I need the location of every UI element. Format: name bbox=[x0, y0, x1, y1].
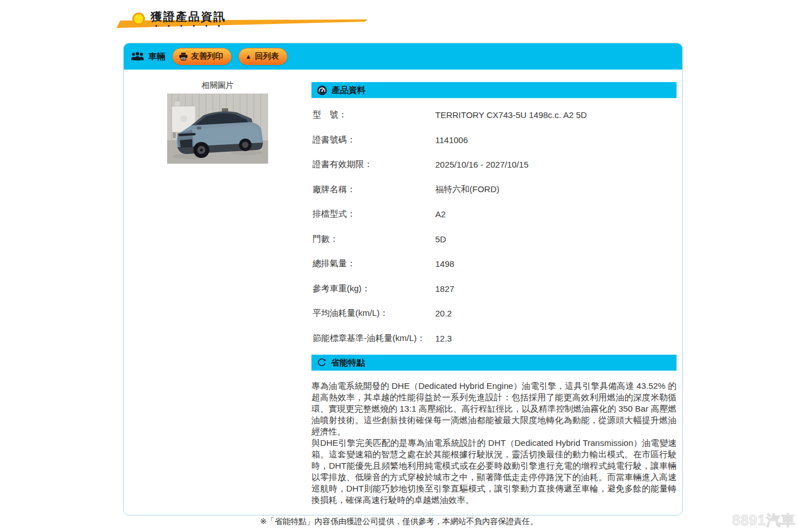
field-value: 福特六和(FORD) bbox=[435, 184, 500, 195]
people-group-icon bbox=[131, 52, 144, 62]
field-label: 證書號碼： bbox=[313, 135, 435, 145]
field-value: 2025/10/16 - 2027/10/15 bbox=[435, 160, 528, 169]
features-section-header: 省能特點 bbox=[311, 355, 677, 371]
field-label: 型 號： bbox=[313, 109, 435, 120]
field-value: TERRITORY CX743-5U 1498c.c. A2 5D bbox=[435, 110, 587, 120]
field-value: 1498 bbox=[435, 259, 454, 269]
watermark: 8891汽車 bbox=[732, 511, 796, 530]
field-row-brand: 廠牌名稱： 福特六和(FORD) bbox=[311, 177, 677, 202]
photo-caption: 相關圖片 bbox=[124, 80, 311, 91]
content-card: 車輛 友善列印 ▲ 回列表 bbox=[123, 43, 683, 515]
field-value: 1141006 bbox=[435, 135, 468, 145]
footer-disclaimer: ※「省能特點」內容係由獲證公司提供，僅供參考，本網站不負內容保證責任。 bbox=[0, 517, 798, 527]
field-row-transmission: 排檔型式： A2 bbox=[311, 202, 677, 227]
category-label: 車輛 bbox=[148, 51, 165, 62]
toolbar: 車輛 友善列印 ▲ 回列表 bbox=[124, 43, 682, 70]
title-bullet-circle bbox=[132, 13, 145, 25]
field-row-weight: 參考車重(kg)： 1827 bbox=[311, 277, 677, 302]
features-paragraph-dht: 與DHE引擎完美匹配的是專為油電系統設計的 DHT（Dedicated Hybr… bbox=[311, 437, 677, 506]
field-label: 節能標章基準-油耗量(km/L)： bbox=[313, 333, 435, 344]
page-header: 獲證產品資訊 bbox=[116, 3, 379, 29]
product-section-title: 產品資料 bbox=[331, 85, 366, 96]
up-triangle-icon: ▲ bbox=[245, 53, 252, 60]
recycle-arrows-icon bbox=[317, 358, 326, 367]
field-row-cert-validity: 證書有效期限： 2025/10/16 - 2027/10/15 bbox=[311, 152, 677, 177]
vehicle-photo-illustration bbox=[167, 94, 268, 164]
features-text: 專為油電系統開發的 DHE（Dedicated Hybrid Engine）油電… bbox=[311, 380, 677, 506]
field-row-avg-fuel: 平均油耗量(km/L)： 20.2 bbox=[311, 301, 677, 326]
field-value: 20.2 bbox=[435, 308, 452, 318]
field-row-displacement: 總排氣量： 1498 bbox=[311, 251, 677, 277]
field-label: 廠牌名稱： bbox=[313, 184, 435, 195]
field-value: 12.3 bbox=[435, 334, 452, 343]
field-label: 參考車重(kg)： bbox=[313, 283, 435, 294]
field-row-model: 型 號： TERRITORY CX743-5U 1498c.c. A2 5D bbox=[311, 103, 677, 128]
features-paragraph-dhe: 專為油電系統開發的 DHE（Dedicated Hybrid Engine）油電… bbox=[311, 380, 677, 437]
field-label: 總排氣量： bbox=[313, 258, 435, 269]
category: 車輛 bbox=[131, 51, 165, 62]
print-button[interactable]: 友善列印 bbox=[172, 48, 232, 65]
page-title: 獲證產品資訊 bbox=[151, 9, 226, 29]
field-value: 1827 bbox=[435, 284, 454, 294]
card-content: 相關圖片 bbox=[124, 70, 682, 515]
product-fields: 型 號： TERRITORY CX743-5U 1498c.c. A2 5D 證… bbox=[311, 103, 677, 351]
photo-column: 相關圖片 bbox=[124, 80, 311, 164]
field-label: 門數： bbox=[313, 234, 435, 245]
page: 獲證產品資訊 車輛 bbox=[0, 0, 798, 532]
field-label: 證書有效期限： bbox=[313, 159, 435, 170]
back-to-list-button[interactable]: ▲ 回列表 bbox=[238, 48, 287, 65]
field-label: 平均油耗量(km/L)： bbox=[313, 308, 435, 319]
field-row-cert-number: 證書號碼： 1141006 bbox=[311, 128, 677, 153]
print-button-label: 友善列印 bbox=[191, 51, 223, 62]
gauge-icon bbox=[317, 86, 327, 95]
field-value: 5D bbox=[435, 234, 446, 244]
product-section-header: 產品資料 bbox=[311, 82, 677, 98]
field-row-doors: 門數： 5D bbox=[311, 227, 677, 252]
field-label: 排檔型式： bbox=[313, 209, 435, 220]
vehicle-photo bbox=[167, 94, 268, 164]
printer-icon bbox=[179, 52, 188, 60]
field-value: A2 bbox=[435, 209, 445, 219]
back-button-label: 回列表 bbox=[255, 51, 279, 62]
info-column: 產品資料 型 號： TERRITORY CX743-5U 1498c.c. A2… bbox=[311, 82, 677, 506]
features-section-title: 省能特點 bbox=[331, 358, 365, 368]
field-row-energy-standard: 節能標章基準-油耗量(km/L)： 12.3 bbox=[311, 326, 677, 351]
